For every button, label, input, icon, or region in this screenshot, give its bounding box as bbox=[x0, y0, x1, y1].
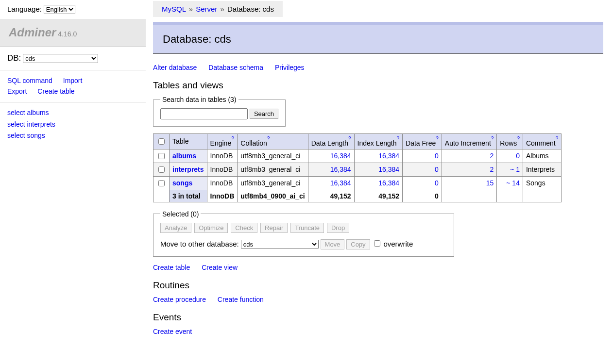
row-collation: utf8mb3_general_ci bbox=[238, 176, 308, 190]
col-index-length: Index Length? bbox=[354, 134, 403, 149]
create-table-sidebar-link[interactable]: Create table bbox=[37, 87, 74, 95]
create-procedure-link[interactable]: Create procedure bbox=[153, 296, 206, 303]
overwrite-checkbox[interactable] bbox=[374, 240, 380, 247]
routines-heading: Routines bbox=[153, 280, 603, 291]
tables-views-heading: Tables and views bbox=[153, 80, 603, 91]
footer-blank bbox=[153, 190, 170, 202]
crumb-mysql[interactable]: MySQL bbox=[162, 5, 186, 13]
sidebar-table-link[interactable]: select interprets bbox=[7, 119, 138, 131]
selected-fieldset: Selected (0) Analyze Optimize Check Repa… bbox=[153, 210, 454, 257]
footer-df: 0 bbox=[403, 190, 442, 202]
row-comment: Interprets bbox=[523, 163, 561, 176]
drop-button[interactable]: Drop bbox=[327, 223, 349, 233]
tables-table: Table Engine? Collation? Data Length? In… bbox=[153, 133, 562, 202]
move-button[interactable]: Move bbox=[321, 239, 345, 249]
row-comment: Albums bbox=[523, 149, 561, 163]
check-button[interactable]: Check bbox=[231, 223, 257, 233]
events-heading: Events bbox=[153, 312, 603, 323]
truncate-button[interactable]: Truncate bbox=[290, 223, 324, 233]
row-collation: utf8mb3_general_ci bbox=[238, 149, 308, 163]
col-data-length: Data Length? bbox=[308, 134, 354, 149]
row-rows: 0 bbox=[497, 149, 523, 163]
col-data-free: Data Free? bbox=[403, 134, 442, 149]
search-legend: Search data in tables (3) bbox=[160, 96, 238, 103]
help-icon[interactable]: ? bbox=[231, 136, 234, 141]
row-collation: utf8mb3_general_ci bbox=[238, 163, 308, 176]
create-function-link[interactable]: Create function bbox=[218, 296, 264, 303]
privileges-link[interactable]: Privileges bbox=[275, 64, 305, 71]
create-table-link[interactable]: Create table bbox=[153, 264, 190, 271]
export-link[interactable]: Export bbox=[7, 87, 27, 95]
row-checkbox[interactable] bbox=[158, 180, 165, 186]
table-link[interactable]: albums bbox=[172, 152, 196, 160]
help-icon[interactable]: ? bbox=[556, 136, 559, 141]
footer-total-label: 3 in total bbox=[170, 190, 207, 202]
help-icon[interactable]: ? bbox=[436, 136, 439, 141]
row-index-length: 16,384 bbox=[354, 149, 403, 163]
col-table: Table bbox=[170, 134, 207, 149]
sidebar-table-link[interactable]: select albums bbox=[7, 107, 138, 119]
table-link[interactable]: interprets bbox=[172, 165, 204, 173]
row-engine: InnoDB bbox=[207, 149, 238, 163]
analyze-button[interactable]: Analyze bbox=[160, 223, 191, 233]
row-rows: ~ 1 bbox=[497, 163, 523, 176]
row-data-free: 0 bbox=[403, 176, 442, 190]
row-data-free: 0 bbox=[403, 149, 442, 163]
language-label: Language: bbox=[7, 5, 42, 13]
search-input[interactable] bbox=[160, 108, 248, 119]
crumb-db: Database: cds bbox=[227, 5, 274, 13]
app-version: 4.16.0 bbox=[58, 30, 77, 38]
col-rows: Rows? bbox=[497, 134, 523, 149]
help-icon[interactable]: ? bbox=[517, 136, 520, 141]
db-select[interactable]: cds bbox=[23, 54, 98, 63]
row-index-length: 16,384 bbox=[354, 176, 403, 190]
row-auto-increment: 2 bbox=[442, 149, 497, 163]
search-button[interactable] bbox=[250, 109, 278, 119]
row-auto-increment: 2 bbox=[442, 163, 497, 176]
row-table-name: interprets bbox=[170, 163, 207, 176]
table-row: interpretsInnoDButf8mb3_general_ci16,384… bbox=[153, 163, 562, 176]
create-event-link[interactable]: Create event bbox=[153, 328, 192, 335]
row-checkbox-cell bbox=[153, 176, 170, 190]
import-link[interactable]: Import bbox=[63, 77, 83, 84]
table-link[interactable]: songs bbox=[172, 179, 192, 187]
crumb-server[interactable]: Server bbox=[196, 5, 217, 13]
help-icon[interactable]: ? bbox=[267, 136, 270, 141]
logo: Adminer 4.16.0 bbox=[0, 19, 146, 47]
move-db-select[interactable]: cds bbox=[241, 240, 319, 249]
help-icon[interactable]: ? bbox=[396, 136, 399, 141]
sidebar-table-link[interactable]: select songs bbox=[7, 130, 138, 142]
help-icon[interactable]: ? bbox=[348, 136, 351, 141]
overwrite-label: overwrite bbox=[383, 240, 413, 248]
alter-database-link[interactable]: Alter database bbox=[153, 64, 197, 71]
repair-button[interactable]: Repair bbox=[260, 223, 288, 233]
footer-il: 49,152 bbox=[354, 190, 403, 202]
row-checkbox[interactable] bbox=[158, 153, 165, 159]
page-title: Database: cds bbox=[153, 22, 603, 54]
row-comment: Songs bbox=[523, 176, 561, 190]
select-all-checkbox[interactable] bbox=[158, 138, 165, 145]
help-icon[interactable]: ? bbox=[491, 136, 494, 141]
optimize-button[interactable]: Optimize bbox=[194, 223, 228, 233]
language-select[interactable]: English bbox=[44, 5, 75, 14]
row-checkbox-cell bbox=[153, 149, 170, 163]
selected-legend: Selected (0) bbox=[160, 210, 201, 218]
row-data-length: 16,384 bbox=[308, 163, 354, 176]
row-checkbox[interactable] bbox=[158, 166, 165, 173]
row-table-name: songs bbox=[170, 176, 207, 190]
db-label: DB: bbox=[7, 53, 21, 63]
row-engine: InnoDB bbox=[207, 163, 238, 176]
table-row: songsInnoDButf8mb3_general_ci16,38416,38… bbox=[153, 176, 562, 190]
row-checkbox-cell bbox=[153, 163, 170, 176]
sql-command-link[interactable]: SQL command bbox=[7, 77, 52, 84]
create-view-link[interactable]: Create view bbox=[202, 264, 238, 271]
copy-button[interactable]: Copy bbox=[346, 239, 370, 249]
row-data-length: 16,384 bbox=[308, 149, 354, 163]
search-fieldset: Search data in tables (3) bbox=[153, 96, 286, 127]
col-comment: Comment? bbox=[523, 134, 561, 149]
col-auto-increment: Auto Increment? bbox=[442, 134, 497, 149]
move-label: Move to other database: bbox=[160, 240, 239, 248]
row-table-name: albums bbox=[170, 149, 207, 163]
footer-collation: utf8mb4_0900_ai_ci bbox=[238, 190, 308, 202]
database-schema-link[interactable]: Database schema bbox=[208, 64, 263, 71]
